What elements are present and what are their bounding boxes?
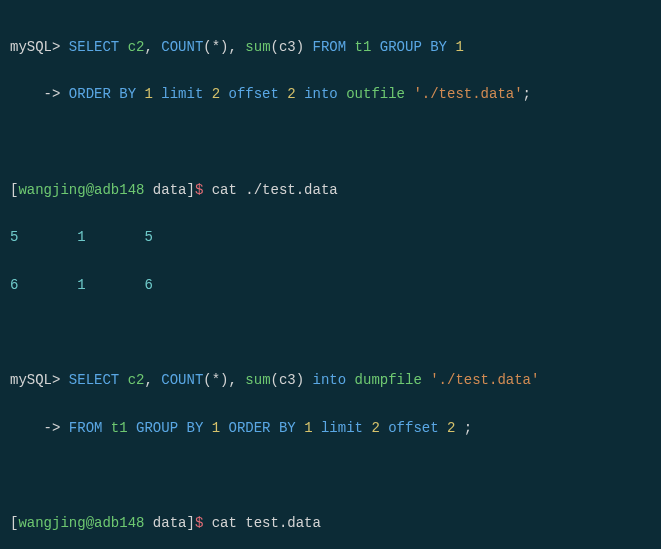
- terminal-output: mySQL> SELECT c2, COUNT(*), sum(c3) FROM…: [0, 0, 661, 549]
- blank-line: [10, 464, 651, 488]
- num: 1: [144, 86, 152, 102]
- sh-user: wangjing: [18, 182, 85, 198]
- kw-limit: limit: [161, 86, 203, 102]
- sh-cmd: cat ./test.data: [203, 182, 337, 198]
- kw-offset: offset: [229, 86, 279, 102]
- fn-sum: sum: [245, 39, 270, 55]
- mysql-prompt: mySQL>: [10, 39, 60, 55]
- tbl-t1: t1: [355, 39, 372, 55]
- output-row: 6 1 6: [10, 274, 651, 298]
- line-sql2-cont: -> FROM t1 GROUP BY 1 ORDER BY 1 limit 2…: [10, 417, 651, 441]
- blank-line: [10, 321, 651, 345]
- kw-count: COUNT: [161, 39, 203, 55]
- kw-dumpfile: dumpfile: [355, 372, 422, 388]
- kw-select: SELECT: [69, 39, 119, 55]
- mysql-prompt: mySQL>: [10, 372, 60, 388]
- kw-by: BY: [119, 86, 136, 102]
- sh-host: adb148: [94, 182, 144, 198]
- line-sql1: mySQL> SELECT c2, COUNT(*), sum(c3) FROM…: [10, 36, 651, 60]
- num: 2: [287, 86, 295, 102]
- kw-outfile: outfile: [346, 86, 405, 102]
- kw-by: BY: [430, 39, 447, 55]
- line-sql2: mySQL> SELECT c2, COUNT(*), sum(c3) into…: [10, 369, 651, 393]
- kw-group: GROUP: [380, 39, 422, 55]
- num: 2: [212, 86, 220, 102]
- kw-order: ORDER: [69, 86, 111, 102]
- str-path: './test.data': [413, 86, 522, 102]
- line-shell2: [wangjing@adb148 data]$ cat test.data: [10, 512, 651, 536]
- line-sql1-cont: -> ORDER BY 1 limit 2 offset 2 into outf…: [10, 83, 651, 107]
- line-shell1: [wangjing@adb148 data]$ cat ./test.data: [10, 179, 651, 203]
- blank-line: [10, 131, 651, 155]
- num: 1: [455, 39, 463, 55]
- cont-arrow: ->: [10, 86, 60, 102]
- col-c2: c2: [128, 39, 145, 55]
- sh-path: data: [153, 182, 187, 198]
- kw-into: into: [304, 86, 338, 102]
- output-row: 5 1 5: [10, 226, 651, 250]
- kw-from: FROM: [313, 39, 347, 55]
